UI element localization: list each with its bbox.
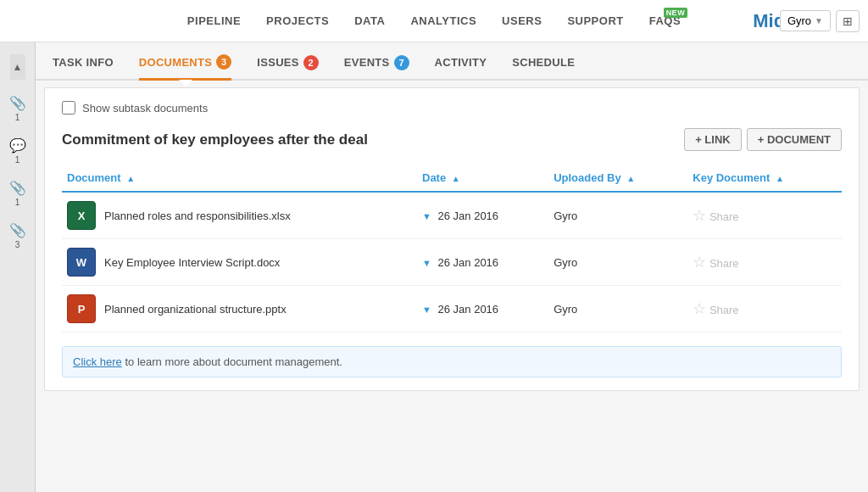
link-button[interactable]: + LINK [684,128,742,151]
pptx-icon: P [67,294,96,323]
table-header-row: Document ▲ Date ▲ Uploaded By ▲ Key Docu… [62,165,842,192]
nav-support[interactable]: SUPPORT [567,14,623,27]
file-name-3[interactable]: Planned organizational structure.pptx [104,303,287,316]
sort-date-icon: ▲ [452,174,460,183]
tab-events[interactable]: EVENTS 7 [344,54,409,79]
action-buttons: + LINK + DOCUMENT [684,128,842,151]
nav-projects[interactable]: PROJECTS [266,14,329,27]
sort-uploaded-icon: ▲ [626,174,635,183]
date-value-3: 26 Jan 2016 [438,303,499,316]
document-button[interactable]: + DOCUMENT [747,128,842,151]
star-icon-1[interactable]: ☆ [693,207,706,224]
sidebar-count-2: 1 [15,155,20,165]
file-name-2[interactable]: Key Employee Interview Script.docx [104,256,280,269]
share-link-2[interactable]: Share [709,257,739,270]
sidebar: ▲ 📎 1 💬 1 📎 1 📎 3 [0,42,36,492]
events-badge: 7 [394,55,409,70]
new-badge: NEW [664,8,688,18]
star-icon-3[interactable]: ☆ [693,300,706,317]
table-row: P Planned organizational structure.pptx … [62,286,842,333]
show-subtask-row: Show subtask documents [62,101,842,115]
key-doc-cell-1: ☆ Share [687,192,842,239]
doc-name-cell: P Planned organizational structure.pptx [62,286,417,333]
key-doc-cell-2: ☆ Share [687,239,842,286]
date-chevron-3: ▼ [422,305,431,315]
uploader-name-2: Gyro [554,256,577,269]
file-cell: W Key Employee Interview Script.docx [67,248,412,277]
sidebar-count-1: 1 [15,113,20,122]
nav-faqs[interactable]: FAQs NEW [649,14,681,27]
tab-issues[interactable]: ISSUES 2 [257,54,318,79]
table-row: W Key Employee Interview Script.docx ▼ 2… [62,239,842,286]
date-cell-3: ▼ 26 Jan 2016 [417,286,548,333]
paperclip-icon: 📎 [9,95,26,111]
file-name-1[interactable]: Planned roles and responsibilities.xlsx [104,210,291,222]
user-name: Gyro [787,14,811,27]
issues-badge: 2 [303,55,319,70]
user-caret-icon: ▼ [815,16,823,25]
user-menu-button[interactable]: Gyro ▼ [780,10,831,31]
uploader-cell-3: Gyro [548,286,687,333]
tab-activity[interactable]: ACTIVITY [435,54,487,79]
tab-caret [179,80,192,87]
tab-schedule[interactable]: SCHEDULE [512,54,575,79]
date-chevron-1: ▼ [422,211,431,221]
col-uploaded-by[interactable]: Uploaded By ▲ [548,165,687,192]
sidebar-count-3: 1 [15,198,20,207]
date-chevron-2: ▼ [422,258,431,268]
footer-note: Click here to learn more about document … [62,346,842,377]
nav-users[interactable]: USERS [502,14,542,27]
external-link-button[interactable]: ⊞ [836,10,860,32]
nav-data[interactable]: DATA [354,14,385,27]
uploader-cell-2: Gyro [548,239,687,286]
comment-icon: 💬 [9,137,26,154]
sidebar-item-3[interactable]: 📎 1 [9,180,26,207]
doc-name-cell: X Planned roles and responsibilities.xls… [62,192,417,239]
share-link-1[interactable]: Share [709,210,739,223]
date-cell-1: ▼ 26 Jan 2016 [417,192,548,239]
star-icon-2[interactable]: ☆ [693,254,706,271]
date-value-2: 26 Jan 2016 [438,256,499,269]
docx-icon: W [67,248,96,277]
documents-table: Document ▲ Date ▲ Uploaded By ▲ Key Docu… [62,165,842,333]
documents-badge: 3 [216,54,231,70]
table-row: X Planned roles and responsibilities.xls… [62,192,842,239]
doc-name-cell: W Key Employee Interview Script.docx [62,239,417,286]
sort-key-icon: ▲ [776,174,784,183]
key-doc-cell-3: ☆ Share [687,286,842,333]
col-date[interactable]: Date ▲ [417,165,548,192]
show-subtask-label: Show subtask documents [82,102,208,115]
paperclip-icon-3: 📎 [9,222,26,238]
tabs-bar: TASK INFO DOCUMENTS 3 ISSUES 2 EVENTS 7 … [36,42,868,81]
xlsx-icon: X [67,201,96,230]
uploader-name-1: Gyro [554,210,577,222]
user-area: Gyro ▼ ⊞ [780,10,860,32]
sidebar-item-1[interactable]: 📎 1 [9,95,26,122]
content-area: Show subtask documents Commitment of key… [44,87,860,391]
tab-task-info[interactable]: TASK INFO [53,54,114,79]
footer-note-text: to learn more about document management. [125,355,342,368]
uploader-name-3: Gyro [554,303,577,316]
sidebar-item-2[interactable]: 💬 1 [9,137,26,165]
uploader-cell-1: Gyro [548,192,687,239]
main-content: TASK INFO DOCUMENTS 3 ISSUES 2 EVENTS 7 … [36,42,868,492]
nav-analytics[interactable]: ANALYTICS [410,14,476,27]
paperclip-icon-2: 📎 [9,180,26,196]
nav-items: PIPELINE PROJECTS DATA ANALYTICS USERS S… [187,14,681,27]
file-cell: X Planned roles and responsibilities.xls… [67,201,412,230]
show-subtask-checkbox[interactable] [62,101,75,115]
sort-document-icon: ▲ [126,174,135,183]
col-document[interactable]: Document ▲ [62,165,417,192]
date-value-1: 26 Jan 2016 [438,210,499,222]
sidebar-item-4[interactable]: 📎 3 [9,222,26,249]
sidebar-count-4: 3 [15,240,20,249]
learn-more-link[interactable]: Click here [73,355,122,368]
section-title: Commitment of key employees after the de… [62,131,368,148]
sidebar-collapse-button[interactable]: ▲ [10,54,25,80]
col-key-document[interactable]: Key Document ▲ [687,165,842,192]
top-nav: PIPELINE PROJECTS DATA ANALYTICS USERS S… [0,0,868,42]
tab-documents[interactable]: DOCUMENTS 3 [139,54,231,81]
share-link-3[interactable]: Share [709,304,739,316]
nav-pipeline[interactable]: PIPELINE [187,14,241,27]
section-header: Commitment of key employees after the de… [62,128,842,151]
